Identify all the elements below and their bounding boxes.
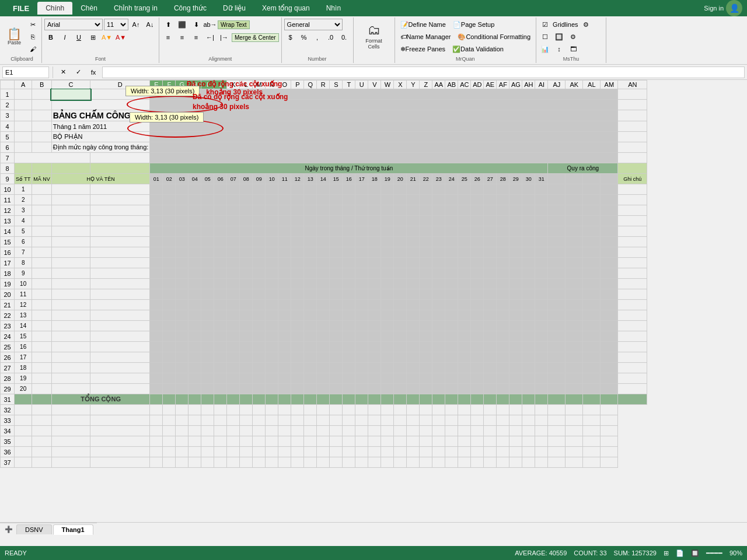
cell-1B[interactable]: [32, 89, 52, 100]
cell-20-day13[interactable]: [304, 289, 317, 300]
col-header-C[interactable]: C: [51, 80, 90, 89]
cell-32-35[interactable]: [548, 405, 566, 415]
cell-13-day22[interactable]: [420, 216, 432, 226]
cell-29-day35[interactable]: [601, 384, 618, 394]
cell-34-33[interactable]: [522, 426, 535, 436]
cell-36-9[interactable]: [214, 447, 227, 457]
col-header-AF[interactable]: AF: [497, 80, 509, 89]
cell-29-day4[interactable]: [189, 384, 201, 394]
cell-19-day23[interactable]: [432, 279, 445, 289]
cell-37-32[interactable]: [509, 457, 522, 468]
format-cells-button[interactable]: 🗂 Format Cells: [356, 19, 392, 54]
row-header-3[interactable]: 3: [1, 110, 15, 121]
cell-26-day21[interactable]: [407, 352, 420, 363]
cell-31-day14[interactable]: [317, 394, 330, 405]
sign-in-button[interactable]: Sign in: [704, 5, 724, 12]
cell-20-day18[interactable]: [368, 289, 381, 300]
cell-21-day4[interactable]: [189, 300, 201, 310]
cell-3AN[interactable]: [618, 110, 647, 121]
cell-18-D[interactable]: [90, 268, 150, 279]
cell-14-day30[interactable]: [522, 226, 535, 237]
cell-35-22[interactable]: [381, 436, 394, 447]
cell-11-day32[interactable]: [548, 195, 566, 205]
cell-14-ghi-chu[interactable]: [618, 226, 647, 237]
cell-20-day11[interactable]: [278, 289, 291, 300]
cell-13-day33[interactable]: [566, 216, 583, 226]
cell-13-day30[interactable]: [522, 216, 535, 226]
align-left-button[interactable]: ≡: [162, 32, 174, 43]
msthu-btn2[interactable]: 🔲: [553, 31, 566, 43]
cell-33-8[interactable]: [201, 415, 214, 426]
cell-12-A[interactable]: 3: [15, 205, 32, 216]
cell-19-day10[interactable]: [266, 279, 278, 289]
cell-23-day33[interactable]: [566, 321, 583, 331]
cell-27-day21[interactable]: [407, 363, 420, 373]
cell-29-day19[interactable]: [381, 384, 394, 394]
cell-34-34[interactable]: [535, 426, 548, 436]
col-header-B[interactable]: B: [32, 80, 52, 89]
cell-18-day20[interactable]: [394, 268, 407, 279]
cell-14-day33[interactable]: [566, 226, 583, 237]
cell-10-day25[interactable]: [458, 184, 471, 195]
align-top-button[interactable]: ⬆: [162, 19, 174, 30]
cell-9-05[interactable]: 05: [201, 174, 214, 184]
cell-35-38[interactable]: [601, 436, 618, 447]
cell-9-29[interactable]: 29: [509, 174, 522, 184]
cell-36-10[interactable]: [227, 447, 240, 457]
row-header-22[interactable]: 22: [1, 310, 15, 321]
cell-22-C[interactable]: [51, 310, 90, 321]
cell-5B[interactable]: [32, 132, 52, 142]
cell-35-17[interactable]: [317, 436, 330, 447]
cell-15-day15[interactable]: [330, 237, 343, 247]
col-header-D[interactable]: D: [90, 80, 150, 89]
cell-32-38[interactable]: [601, 405, 618, 415]
cell-31-day18[interactable]: [368, 394, 381, 405]
cell-25-day3[interactable]: [176, 342, 189, 352]
cell-15-day1[interactable]: [150, 237, 163, 247]
cell-19-C[interactable]: [51, 279, 90, 289]
cell-17-day3[interactable]: [176, 258, 189, 268]
cell-29-day12[interactable]: [291, 384, 304, 394]
cell-13-day35[interactable]: [601, 216, 618, 226]
cell-20-B[interactable]: [32, 289, 52, 300]
col-header-Q[interactable]: Q: [304, 80, 317, 89]
cell-10-day6[interactable]: [214, 184, 227, 195]
cell-9-31[interactable]: 31: [535, 174, 548, 184]
copy-button[interactable]: ⎘: [26, 31, 39, 43]
col-header-G[interactable]: G: [176, 80, 189, 89]
cell-32-36[interactable]: [566, 405, 583, 415]
cell-33-30[interactable]: [484, 415, 497, 426]
cell-2A[interactable]: [15, 100, 32, 110]
align-center-button[interactable]: ≡: [176, 32, 189, 43]
cell-9-01[interactable]: 01: [150, 174, 163, 184]
cell-12-day17[interactable]: [355, 205, 368, 216]
cell-33-27[interactable]: [445, 415, 458, 426]
cell-29-day26[interactable]: [471, 384, 484, 394]
cell-34-12[interactable]: [253, 426, 266, 436]
cell-37-11[interactable]: [240, 457, 253, 468]
cell-11-day19[interactable]: [381, 195, 394, 205]
cell-32-6[interactable]: [176, 405, 189, 415]
cell-36-31[interactable]: [497, 447, 509, 457]
cell-20-day21[interactable]: [407, 289, 420, 300]
cell-22-day24[interactable]: [445, 310, 458, 321]
cell-14-day29[interactable]: [509, 226, 522, 237]
cell-10-day28[interactable]: [497, 184, 509, 195]
cell-4CD[interactable]: Tháng 1 năm 2011: [51, 121, 149, 132]
cell-15-day9[interactable]: [253, 237, 266, 247]
cell-11-day35[interactable]: [601, 195, 618, 205]
cell-32-2[interactable]: [51, 405, 90, 415]
cell-9-19[interactable]: 19: [381, 174, 394, 184]
cell-15-day10[interactable]: [266, 237, 278, 247]
cell-23-day11[interactable]: [278, 321, 291, 331]
cell-19-day20[interactable]: [394, 279, 407, 289]
row-header-19[interactable]: 19: [1, 279, 15, 289]
cell-20-day17[interactable]: [355, 289, 368, 300]
cell-24-day12[interactable]: [291, 331, 304, 342]
cell-14-day31[interactable]: [535, 226, 548, 237]
cell-33-0[interactable]: [15, 415, 32, 426]
cell-26-D[interactable]: [90, 352, 150, 363]
cell-18-day29[interactable]: [509, 268, 522, 279]
msthu-btn4[interactable]: 📊: [539, 43, 551, 55]
cell-16-day13[interactable]: [304, 247, 317, 258]
